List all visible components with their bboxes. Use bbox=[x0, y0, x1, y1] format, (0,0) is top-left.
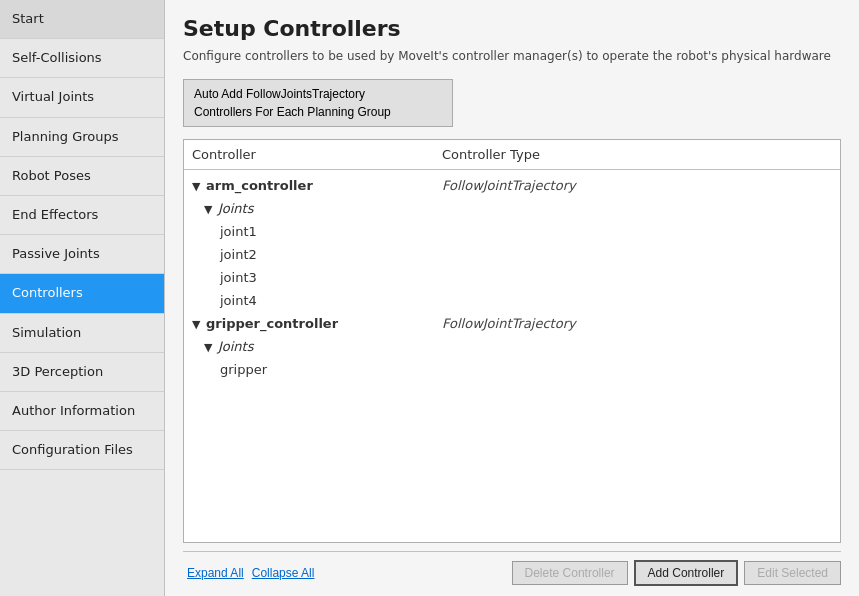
sidebar-item-virtual-joints[interactable]: Virtual Joints bbox=[0, 78, 164, 117]
sidebar-item-controllers[interactable]: Controllers bbox=[0, 274, 164, 313]
table-row[interactable]: ▼ Joints bbox=[184, 197, 840, 220]
controller-type-cell bbox=[434, 345, 840, 351]
controller-cell: gripper bbox=[184, 359, 434, 380]
table-row[interactable]: joint3 bbox=[184, 266, 840, 289]
controller-type-cell: FollowJointTrajectory bbox=[434, 313, 840, 334]
collapse-all-button[interactable]: Collapse All bbox=[248, 566, 319, 580]
controller-table: Controller Controller Type ▼ arm_control… bbox=[183, 139, 841, 543]
col-type-header: Controller Type bbox=[434, 144, 840, 165]
controller-type-cell bbox=[434, 276, 840, 282]
expand-all-button[interactable]: Expand All bbox=[183, 566, 248, 580]
controller-name: joint4 bbox=[220, 293, 257, 308]
table-row[interactable]: joint1 bbox=[184, 220, 840, 243]
controller-name: gripper bbox=[220, 362, 267, 377]
edit-selected-button[interactable]: Edit Selected bbox=[744, 561, 841, 585]
sidebar-item-robot-poses[interactable]: Robot Poses bbox=[0, 157, 164, 196]
controller-cell: joint3 bbox=[184, 267, 434, 288]
controller-cell: ▼ arm_controller bbox=[184, 175, 434, 196]
sidebar-item-simulation[interactable]: Simulation bbox=[0, 314, 164, 353]
controller-name: Joints bbox=[218, 339, 254, 354]
sidebar-item-author-information[interactable]: Author Information bbox=[0, 392, 164, 431]
controller-cell: ▼ Joints bbox=[184, 198, 434, 219]
controller-cell: joint2 bbox=[184, 244, 434, 265]
main-content: Setup Controllers Configure controllers … bbox=[165, 0, 859, 596]
auto-add-button[interactable]: Auto Add FollowJointsTrajectory Controll… bbox=[183, 79, 453, 127]
table-header: Controller Controller Type bbox=[184, 140, 840, 170]
controller-cell: joint1 bbox=[184, 221, 434, 242]
table-body: ▼ arm_controllerFollowJointTrajectory▼ J… bbox=[184, 170, 840, 385]
controller-name: joint1 bbox=[220, 224, 257, 239]
controller-type-cell: FollowJointTrajectory bbox=[434, 175, 840, 196]
expand-collapse-area: Expand All Collapse All bbox=[183, 566, 512, 580]
sidebar-item-start[interactable]: Start bbox=[0, 0, 164, 39]
table-row[interactable]: gripper bbox=[184, 358, 840, 381]
table-row[interactable]: joint4 bbox=[184, 289, 840, 312]
controller-type-cell bbox=[434, 230, 840, 236]
controller-name: joint2 bbox=[220, 247, 257, 262]
controller-name: joint3 bbox=[220, 270, 257, 285]
page-description: Configure controllers to be used by Move… bbox=[183, 47, 841, 65]
sidebar: StartSelf-CollisionsVirtual JointsPlanni… bbox=[0, 0, 165, 596]
controller-cell: ▼ gripper_controller bbox=[184, 313, 434, 334]
action-buttons: Delete Controller Add Controller Edit Se… bbox=[512, 560, 841, 586]
page-title: Setup Controllers bbox=[183, 16, 841, 41]
controller-type-cell bbox=[434, 207, 840, 213]
table-row[interactable]: joint2 bbox=[184, 243, 840, 266]
controller-name: arm_controller bbox=[206, 178, 313, 193]
sidebar-item-configuration-files[interactable]: Configuration Files bbox=[0, 431, 164, 470]
controller-cell: ▼ Joints bbox=[184, 336, 434, 357]
sidebar-item-passive-joints[interactable]: Passive Joints bbox=[0, 235, 164, 274]
table-row[interactable]: ▼ arm_controllerFollowJointTrajectory bbox=[184, 174, 840, 197]
controller-type-cell bbox=[434, 368, 840, 374]
tree-arrow-icon: ▼ bbox=[204, 341, 216, 354]
delete-controller-button[interactable]: Delete Controller bbox=[512, 561, 628, 585]
table-row[interactable]: ▼ gripper_controllerFollowJointTrajector… bbox=[184, 312, 840, 335]
sidebar-item-end-effectors[interactable]: End Effectors bbox=[0, 196, 164, 235]
controller-name: gripper_controller bbox=[206, 316, 338, 331]
table-row[interactable]: ▼ Joints bbox=[184, 335, 840, 358]
sidebar-item-planning-groups[interactable]: Planning Groups bbox=[0, 118, 164, 157]
bottom-bar: Expand All Collapse All Delete Controlle… bbox=[183, 551, 841, 596]
controller-type-cell bbox=[434, 299, 840, 305]
tree-arrow-icon: ▼ bbox=[204, 203, 216, 216]
tree-arrow-icon: ▼ bbox=[192, 180, 204, 193]
sidebar-item-3d-perception[interactable]: 3D Perception bbox=[0, 353, 164, 392]
add-controller-button[interactable]: Add Controller bbox=[634, 560, 739, 586]
controller-type-cell bbox=[434, 253, 840, 259]
controller-name: Joints bbox=[218, 201, 254, 216]
sidebar-item-self-collisions[interactable]: Self-Collisions bbox=[0, 39, 164, 78]
controller-cell: joint4 bbox=[184, 290, 434, 311]
col-controller-header: Controller bbox=[184, 144, 434, 165]
tree-arrow-icon: ▼ bbox=[192, 318, 204, 331]
